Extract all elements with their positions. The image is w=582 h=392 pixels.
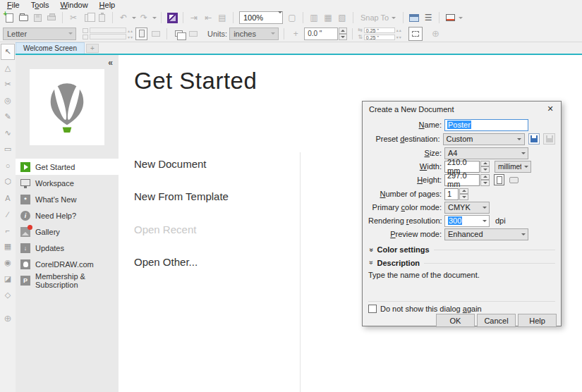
undo-icon[interactable]: ↶: [117, 11, 130, 24]
duplicate-distance-fields[interactable]: ⇆0.25 "▴▴ ⇅0.25 "▾▾: [358, 27, 402, 40]
height-spinner[interactable]: 297.0 mm: [444, 174, 490, 186]
connector-tool-icon[interactable]: ⌐: [1, 222, 15, 238]
dimension-tool-icon[interactable]: ∕: [1, 206, 15, 222]
page-dimensions-fields[interactable]: ▴▴ ▾▾: [83, 27, 133, 39]
close-icon[interactable]: ✕: [540, 102, 561, 116]
units-combo[interactable]: inches: [229, 27, 279, 40]
new-tab-button[interactable]: +: [86, 44, 99, 53]
portrait-button[interactable]: [494, 174, 504, 185]
redo-dropdown-arrow[interactable]: [152, 17, 157, 19]
snap-to-dropdown[interactable]: Snap To: [358, 13, 399, 22]
undo-dropdown-arrow[interactable]: [132, 17, 136, 19]
document-tab-strip: Welcome Screen +: [16, 42, 582, 55]
color-settings-section-header[interactable]: » Color settings: [370, 245, 555, 254]
print-icon[interactable]: [45, 11, 58, 24]
landscape-orientation-button[interactable]: [150, 27, 162, 40]
sidebar-item-get-started[interactable]: Get Started: [16, 159, 119, 175]
open-icon[interactable]: [17, 11, 30, 24]
ellipse-tool-icon[interactable]: ○: [1, 157, 15, 173]
cut-icon[interactable]: ✂: [67, 11, 80, 24]
menu-window[interactable]: Window: [54, 1, 93, 9]
sidebar-item-workspace[interactable]: Workspace: [16, 175, 119, 191]
play-icon: [20, 162, 30, 172]
show-guidelines-icon[interactable]: ▧: [336, 11, 348, 24]
export-icon[interactable]: ⇤: [202, 11, 214, 24]
options-icon[interactable]: [408, 11, 420, 24]
shadow-tool-icon[interactable]: ◪: [1, 271, 15, 287]
sidebar-item-whats-new[interactable]: *What's New: [16, 191, 119, 207]
nudge-offset-field[interactable]: 0.0 ": [304, 27, 347, 40]
page-size-combo[interactable]: Letter: [3, 27, 76, 40]
do-not-show-checkbox[interactable]: [368, 305, 377, 313]
menu-file[interactable]: File: [1, 1, 25, 9]
primary-color-mode-combo[interactable]: CMYK: [444, 202, 490, 214]
propbar-add-icon[interactable]: ⊕: [432, 28, 439, 39]
width-units-combo[interactable]: millimeters: [495, 161, 531, 173]
rectangle-tool-icon[interactable]: ▭: [1, 141, 15, 157]
app-launcher-purple-icon[interactable]: [166, 11, 178, 24]
fullscreen-preview-icon[interactable]: ▢: [286, 11, 298, 24]
toolbar-separator: [161, 12, 162, 23]
portrait-orientation-button[interactable]: [135, 27, 147, 40]
tab-welcome-screen[interactable]: Welcome Screen: [16, 42, 85, 54]
open-other-link[interactable]: Open Other...: [134, 256, 198, 268]
landscape-button[interactable]: [509, 174, 519, 185]
primary-color-mode-label: Primary color mode:: [368, 203, 442, 212]
text-tool-icon[interactable]: A: [1, 190, 15, 206]
ok-button[interactable]: OK: [436, 314, 475, 327]
preview-mode-combo[interactable]: Enhanced: [444, 228, 528, 240]
number-of-pages-spinner[interactable]: 1: [444, 188, 468, 200]
nudge-offset-icon: +: [289, 27, 302, 40]
polygon-tool-icon[interactable]: ⬡: [1, 173, 15, 190]
redo-icon[interactable]: ↷: [138, 11, 150, 24]
zoom-level-combo[interactable]: 100%: [239, 11, 283, 24]
shape-tool-icon[interactable]: △: [1, 60, 15, 76]
description-section-header[interactable]: « Description: [370, 259, 555, 267]
transparency-tool-icon[interactable]: ◇: [1, 287, 15, 303]
cancel-button[interactable]: Cancel: [477, 314, 516, 327]
sidebar-item-need-help[interactable]: iNeed Help?: [16, 207, 119, 223]
show-grid-icon[interactable]: ▦: [322, 11, 334, 24]
eyedropper-tool-icon[interactable]: ◉: [1, 255, 15, 271]
width-spinner[interactable]: 210.0 mm: [444, 161, 490, 173]
collapse-sidebar-button[interactable]: «: [108, 58, 113, 68]
toolbar-separator: [112, 12, 113, 23]
pick-tool-icon[interactable]: ↖: [1, 44, 15, 60]
freehand-tool-icon[interactable]: ✎: [1, 109, 15, 125]
publish-pdf-icon[interactable]: ▤: [216, 11, 229, 24]
save-preset-icon[interactable]: [528, 133, 540, 145]
copy-icon[interactable]: [81, 11, 94, 24]
paste-icon[interactable]: [95, 11, 108, 24]
application-launcher-arrow[interactable]: [459, 17, 463, 19]
new-document-icon[interactable]: [3, 11, 16, 24]
help-button[interactable]: Help: [518, 314, 557, 327]
dpi-label: dpi: [495, 216, 506, 225]
toolbar-separator: [439, 12, 439, 23]
crop-tool-icon[interactable]: ✂: [1, 76, 15, 92]
rendering-resolution-combo[interactable]: 300: [444, 215, 490, 227]
customize-toolbox-icon[interactable]: ⊕: [1, 310, 15, 326]
menu-tools[interactable]: Tools: [25, 1, 55, 9]
sidebar-item-membership[interactable]: PMembership & Subscription: [16, 272, 119, 288]
sidebar-item-updates[interactable]: ↓Updates: [16, 240, 119, 256]
menu-help[interactable]: Help: [94, 1, 121, 9]
size-combo[interactable]: A4: [444, 147, 528, 159]
sidebar-item-coreldraw-com[interactable]: CorelDRAW.com: [16, 256, 119, 272]
new-document-link[interactable]: New Document: [134, 158, 207, 170]
show-rulers-icon[interactable]: ▥: [308, 11, 320, 24]
new-from-template-link[interactable]: New From Template: [134, 190, 229, 202]
treat-as-filled-button[interactable]: [408, 27, 423, 41]
customization-icon[interactable]: ☰: [422, 11, 435, 24]
preset-destination-combo[interactable]: Custom: [443, 133, 525, 145]
zoom-tool-icon[interactable]: ◎: [1, 92, 15, 109]
mesh-fill-tool-icon[interactable]: ▦: [1, 238, 15, 255]
application-launcher-icon[interactable]: [444, 11, 456, 24]
all-pages-icon[interactable]: [172, 27, 185, 40]
artistic-media-tool-icon[interactable]: ∿: [1, 125, 15, 141]
import-icon[interactable]: ⇥: [188, 11, 200, 24]
save-icon[interactable]: [31, 11, 44, 24]
sidebar-item-gallery[interactable]: Gallery: [16, 223, 119, 240]
preset-destination-label: Preset destination:: [368, 135, 440, 143]
current-page-icon[interactable]: [187, 27, 200, 40]
name-input[interactable]: Poster: [444, 119, 528, 131]
